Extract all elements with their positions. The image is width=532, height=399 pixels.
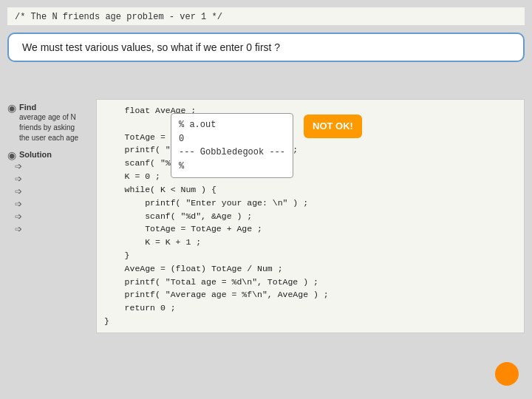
orange-circle-button[interactable] (495, 362, 519, 386)
code-line-while: while( K < Num ) { (104, 183, 516, 197)
sub-bullet-5: ➩ (15, 211, 96, 222)
solution-label: Solution (19, 150, 52, 159)
popup-line2: 0 (179, 132, 285, 146)
find-body: average age of Nfriends by askingthe use… (19, 112, 78, 143)
content-area: ◉ Find average age of Nfriends by asking… (7, 99, 525, 333)
find-bullet: ◉ (7, 102, 16, 114)
code-line-endbrace: } (104, 315, 516, 328)
find-label: Find (19, 103, 36, 112)
solution-sub-bullets: ➩ ➩ ➩ ➩ ➩ ➩ (15, 161, 96, 234)
sub-bullet-2: ➩ (15, 174, 96, 184)
code-line-printf2: printf( "Enter your age: \n" ) ; (104, 197, 516, 210)
popup-line1: % a.out (179, 118, 285, 132)
code-header: /* The N friends age problem - ver 1 */ (7, 7, 525, 25)
code-line-return: return 0 ; (104, 301, 516, 315)
callout-box: We must test various values, so what if … (7, 33, 525, 62)
code-line-k1: K = K + 1 ; (104, 236, 516, 249)
solution-bullet: ◉ (7, 149, 16, 161)
code-line-brace: } (104, 249, 516, 262)
popup-line4: % (179, 160, 285, 174)
code-line-printf4: printf( "Average age = %f\n", AveAge ) ; (104, 288, 516, 301)
solution-content: Solution (19, 149, 52, 160)
arrow-4: ➩ (15, 199, 22, 209)
arrow-2: ➩ (15, 174, 22, 184)
sub-bullet-4: ➩ (15, 199, 96, 209)
arrow-5: ➩ (15, 211, 22, 222)
callout-text: We must test various values, so what if … (22, 41, 280, 53)
popup-line3: --- Gobbledegook --- (179, 146, 285, 160)
code-header-line1: /* The N friends age problem - ver 1 */ (15, 12, 517, 22)
arrow-1: ➩ (15, 161, 22, 171)
sub-bullet-1: ➩ (15, 161, 96, 171)
solution-section: ◉ Solution ➩ ➩ ➩ ➩ (7, 149, 96, 234)
find-content: Find average age of Nfriends by askingth… (19, 102, 78, 143)
code-line-scanf2: scanf( "%d", &Age ) ; (104, 210, 516, 223)
sub-bullet-6: ➩ (15, 224, 96, 234)
code-line-printf3: printf( "Total age = %d\n", TotAge ) ; (104, 276, 516, 289)
arrow-6: ➩ (15, 224, 22, 234)
popup-overlay: % a.out 0 --- Gobbledegook --- % NOT OK! (171, 113, 362, 178)
code-line-aveage: AveAge = (float) TotAge / Num ; (104, 262, 516, 276)
arrow-3: ➩ (15, 186, 22, 197)
code-line-totage2: TotAge = TotAge + Age ; (104, 222, 516, 236)
find-section: ◉ Find average age of Nfriends by asking… (7, 102, 96, 143)
bullets-column: ◉ Find average age of Nfriends by asking… (7, 99, 96, 333)
not-ok-badge: NOT OK! (304, 115, 362, 138)
popup-box: % a.out 0 --- Gobbledegook --- % (171, 113, 293, 178)
code-block: float AveAge ; TotAge = 0 ; printf( "How… (96, 99, 525, 333)
sub-bullet-3: ➩ (15, 186, 96, 197)
main-container: /* The N friends age problem - ver 1 */ … (0, 0, 532, 399)
